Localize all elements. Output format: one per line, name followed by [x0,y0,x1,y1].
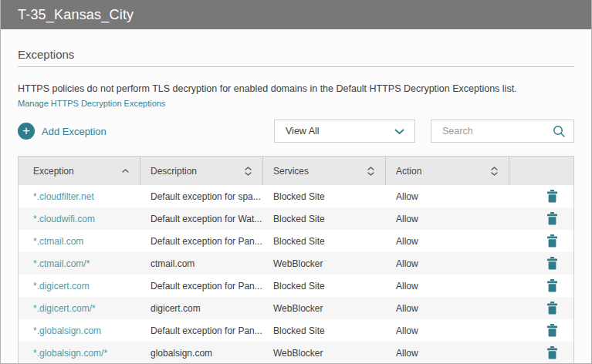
delete-row-button[interactable] [546,302,558,315]
trash-icon [546,302,558,315]
exceptions-table: Exception Description Services [18,156,574,364]
cell-action: Allow [386,275,509,297]
cell-description: Default exception for Pan... [140,319,263,342]
cell-row-actions [509,319,573,342]
table-row: *.globalsign.com Default exception for P… [19,319,573,342]
table-row: *.ctmail.com/* ctmail.com WebBlocker All… [19,252,573,275]
sort-both-icon [491,167,498,176]
cell-services: Blocked Site [263,319,386,342]
delete-row-button[interactable] [546,257,558,270]
manage-exceptions-link[interactable]: Manage HTTPS Decryption Exceptions [18,99,165,108]
table-header-row: Exception Description Services [19,157,573,185]
cell-exception: *.globalsign.com [19,319,140,342]
column-header-actions [509,157,573,185]
trash-icon [546,257,558,270]
cell-exception: *.ctmail.com/* [19,252,140,275]
cell-exception: *.ctmail.com [19,230,140,252]
column-label: Action [396,166,421,177]
column-label: Services [273,166,309,177]
description-text: HTTPS policies do not perform TLS decryp… [18,83,574,94]
chevron-down-icon [394,124,404,138]
delete-row-button[interactable] [546,234,558,248]
cell-description: digicert.com [140,297,263,319]
cell-exception: *.digicert.com/* [19,297,140,319]
trash-icon [546,190,558,203]
table-row: *.digicert.com Default exception for Pan… [19,275,573,297]
cell-row-actions [509,230,573,252]
cell-exception: *.digicert.com [19,275,140,297]
cell-action: Allow [386,297,509,319]
search-box [431,120,574,143]
delete-row-button[interactable] [546,279,558,292]
cell-description: Default exception for spa... [140,185,263,207]
cell-action: Allow [386,230,509,252]
cell-description: Default exception for Pan... [140,275,263,297]
cell-action: Allow [386,252,509,275]
column-header-action[interactable]: Action [386,157,509,185]
cell-row-actions [509,207,573,230]
cell-row-actions [509,252,573,275]
sort-both-icon [245,167,252,176]
table-row: *.cloudfilter.net Default exception for … [19,185,573,207]
search-input[interactable] [442,126,553,136]
add-exception-button[interactable]: + Add Exception [18,123,107,140]
column-header-exception[interactable]: Exception [19,157,140,185]
trash-icon [546,212,558,225]
cell-services: WebBlocker [263,342,386,364]
cell-services: Blocked Site [263,185,386,207]
section-heading: Exceptions [18,48,574,67]
cell-action: Allow [386,207,509,230]
cell-exception: *.globalsign.com/* [19,342,140,364]
table-row: *.globalsign.com/* globalsign.com WebBlo… [19,342,573,364]
cell-services: Blocked Site [263,275,386,297]
table-row: *.cloudwifi.com Default exception for Wa… [19,207,573,230]
sort-ascending-icon [122,169,129,173]
delete-row-button[interactable] [546,190,558,203]
column-label: Description [151,166,197,177]
column-label: Exception [33,166,74,177]
cell-action: Allow [386,342,509,364]
cell-row-actions [509,342,573,364]
trash-icon [546,279,558,292]
trash-icon [546,234,558,248]
cell-row-actions [509,185,573,207]
cell-row-actions [509,275,573,297]
page: T-35_Kansas_City Exceptions HTTPS polici… [0,0,592,364]
add-exception-label: Add Exception [42,126,107,137]
cell-description: Default exception for Wat... [140,207,263,230]
cell-services: Blocked Site [263,207,386,230]
column-header-services[interactable]: Services [263,157,386,185]
toolbar: + Add Exception View All [18,120,574,143]
sort-both-icon [367,167,374,176]
delete-row-button[interactable] [546,346,558,359]
trash-icon [546,324,558,337]
cell-description: ctmail.com [140,252,263,275]
table-body: *.cloudfilter.net Default exception for … [19,185,573,364]
delete-row-button[interactable] [546,324,558,337]
column-header-description[interactable]: Description [140,157,263,185]
table-row: *.digicert.com/* digicert.com WebBlocker… [19,297,573,319]
cell-description: Default exception for Pan... [140,230,263,252]
search-icon[interactable] [553,125,566,138]
delete-row-button[interactable] [546,212,558,225]
cell-description: globalsign.com [140,342,263,364]
view-filter-value: View All [286,126,394,136]
cell-services: WebBlocker [263,297,386,319]
plus-icon: + [18,123,35,140]
cell-action: Allow [386,185,509,207]
cell-exception: *.cloudwifi.com [19,207,140,230]
cell-row-actions [509,297,573,319]
page-title: T-35_Kansas_City [18,7,134,23]
cell-services: Blocked Site [263,230,386,252]
window-titlebar: T-35_Kansas_City [1,0,591,29]
cell-services: WebBlocker [263,252,386,275]
table-row: *.ctmail.com Default exception for Pan..… [19,230,573,252]
cell-exception: *.cloudfilter.net [19,185,140,207]
view-filter-dropdown[interactable]: View All [274,120,415,143]
cell-action: Allow [386,319,509,342]
trash-icon [546,346,558,359]
content: Exceptions HTTPS policies do not perform… [1,48,591,364]
